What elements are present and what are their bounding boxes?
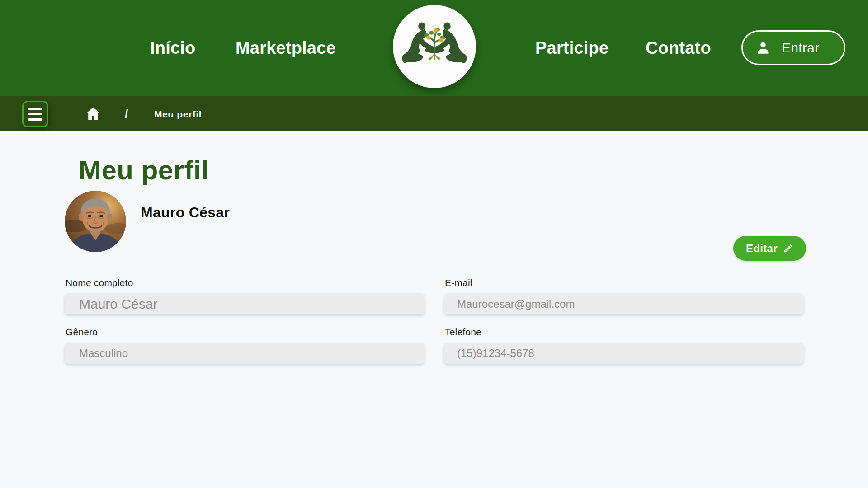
full-name-input[interactable]: Mauro César <box>65 293 425 314</box>
home-icon <box>85 105 102 122</box>
nav-item-participe[interactable]: Participe <box>535 38 609 58</box>
user-icon <box>755 40 771 56</box>
people-planting-tree-logo-icon <box>396 8 473 85</box>
page-title: Meu perfil <box>79 155 209 185</box>
site-logo[interactable] <box>393 5 476 88</box>
gender-label: Gênero <box>66 327 98 338</box>
full-name-label: Nome completo <box>66 277 133 288</box>
profile-avatar <box>65 191 126 252</box>
phone-input[interactable]: (15)91234-5678 <box>444 343 804 364</box>
phone-value: (15)91234-5678 <box>444 347 534 360</box>
hamburger-menu-button[interactable] <box>22 101 48 127</box>
edit-button[interactable]: Editar <box>733 236 806 261</box>
email-value: Maurocesar@gmail.com <box>444 298 575 310</box>
phone-label: Telefone <box>445 327 481 338</box>
full-name-value: Mauro César <box>65 296 157 312</box>
breadcrumb-separator: / <box>125 107 128 121</box>
profile-photo <box>65 191 126 252</box>
edit-button-label: Editar <box>746 242 778 255</box>
nav-item-marketplace[interactable]: Marketplace <box>236 38 336 58</box>
breadcrumb-current-page: Meu perfil <box>154 109 202 120</box>
hamburger-bar <box>28 118 42 121</box>
email-input[interactable]: Maurocesar@gmail.com <box>444 293 804 314</box>
nav-item-contato[interactable]: Contato <box>646 38 711 58</box>
email-label: E-mail <box>445 277 472 288</box>
top-header: Início Marketplace <box>0 0 868 96</box>
login-button-label: Entrar <box>782 40 820 56</box>
breadcrumb-home-link[interactable] <box>85 105 102 122</box>
login-button[interactable]: Entrar <box>741 30 845 65</box>
hamburger-bar <box>28 113 42 115</box>
pencil-icon <box>783 243 793 253</box>
gender-value: Masculino <box>65 347 128 360</box>
hamburger-bar <box>28 108 42 110</box>
user-name: Mauro César <box>141 204 230 221</box>
gender-input[interactable]: Masculino <box>65 343 425 364</box>
nav-item-inicio[interactable]: Início <box>150 38 195 58</box>
breadcrumb-bar: / Meu perfil <box>0 96 868 131</box>
